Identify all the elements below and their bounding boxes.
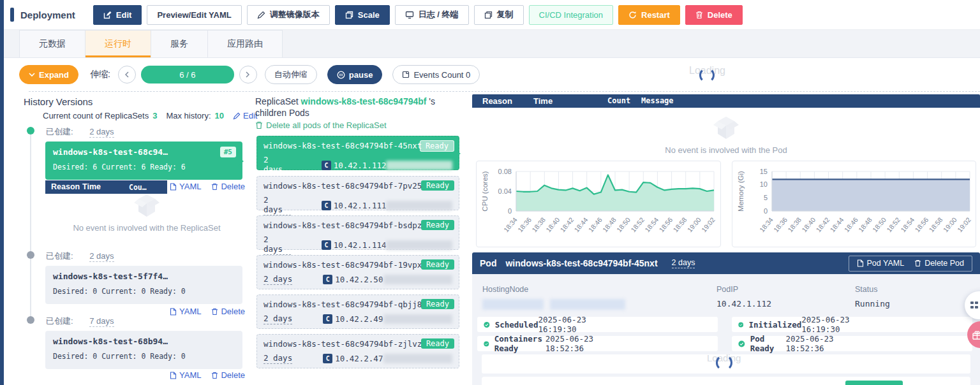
pod-age[interactable]: 2 days (264, 314, 292, 324)
pod-yaml-button[interactable]: Pod YAML (857, 259, 905, 268)
pod-ip: 10.42.1.112 (334, 161, 387, 170)
status-label: Status (855, 285, 877, 294)
pod-age[interactable]: 2 days (264, 274, 292, 285)
svg-text:18:46: 18:46 (587, 215, 604, 233)
pod-card[interactable]: windows-k8s-test-68c94794bf-qbjj8 Ready … (256, 294, 459, 329)
check-circle-icon (738, 321, 743, 329)
next-section-card (482, 377, 970, 385)
rs-count-value: 3 (152, 111, 157, 120)
redacted-node-name (383, 275, 452, 284)
autoscale-button[interactable]: 自动伸缩 (265, 65, 317, 84)
svg-text:0: 0 (508, 207, 512, 215)
svg-text:18:36: 18:36 (516, 215, 533, 233)
svg-text:5: 5 (764, 194, 768, 201)
svg-text:18:46: 18:46 (843, 215, 859, 233)
pod-age[interactable]: 2 days (264, 155, 291, 175)
terminal-icon (405, 11, 414, 19)
rs-created-row: 已创建: 2 days (46, 251, 114, 262)
pod-card[interactable]: windows-k8s-test-68c94794bf-bsdpz Ready … (256, 215, 459, 250)
rs-age[interactable]: 2 days (89, 251, 114, 262)
rs-delete-link[interactable]: Delete (211, 307, 245, 316)
pod-status-badge: Ready (421, 259, 454, 270)
gift-icon (972, 330, 980, 340)
rs-delete-link[interactable]: Delete (211, 182, 245, 191)
svg-text:18:34: 18:34 (502, 215, 519, 233)
condition-initialized: Initialized 2025-06-23 16:19:30 (732, 317, 972, 332)
page-title: Deployment (20, 10, 75, 20)
tabs-bar: 元数据 运行时 服务 应用路由 (4, 30, 980, 58)
pod-card[interactable]: windows-k8s-test-68c94794bf-zjlvz Ready … (256, 334, 459, 368)
pod-age[interactable]: 2 days (264, 235, 291, 255)
edit-max-history-link[interactable]: Edit (233, 111, 257, 120)
svg-text:18:42: 18:42 (558, 215, 575, 233)
copy-button[interactable]: 复制 (474, 5, 524, 25)
rs-yaml-link[interactable]: YAML (170, 307, 201, 316)
preview-edit-yaml-button[interactable]: Preview/Edit YAML (147, 5, 241, 25)
replicaset-name: windows-k8s-test-68c94794bf (301, 96, 427, 106)
tab-service[interactable]: 服务 (151, 30, 208, 57)
rs-yaml-link[interactable]: YAML (170, 370, 201, 380)
svg-text:0.04: 0.04 (498, 187, 512, 195)
scale-up-button[interactable] (239, 66, 257, 84)
cpu-chart: 00.040.0818:3418:3618:3818:4018:4218:441… (476, 161, 721, 247)
tab-runtime[interactable]: 运行时 (85, 30, 151, 57)
redacted-hosting-node (550, 299, 625, 310)
pod-card[interactable]: windows-k8s-test-68c94794bf-7pv25 Ready … (256, 176, 459, 210)
empty-box-icon (711, 115, 741, 142)
tab-metadata[interactable]: 元数据 (19, 30, 85, 57)
container-badge: C (323, 275, 332, 284)
timeline-dot (27, 127, 34, 134)
pod-status-badge: Ready (421, 338, 454, 349)
memory-chart: 05101518:3418:3618:3818:4018:4218:4418:4… (732, 161, 976, 247)
pod-ip: 10.42.2.49 (335, 314, 383, 324)
replicaset-card-selected[interactable]: windows-k8s-test-68c94… #5 Desired: 6 Cu… (45, 142, 242, 180)
delete-button[interactable]: Delete (685, 5, 743, 25)
max-history-value: 10 (215, 111, 224, 120)
timeline-line (30, 133, 31, 321)
pause-button[interactable]: pause (327, 65, 383, 84)
pod-age[interactable]: 2 days (264, 353, 292, 364)
svg-text:18:44: 18:44 (828, 215, 845, 233)
rs-yaml-link[interactable]: YAML (170, 182, 201, 191)
rs-actions: YAML Delete (170, 307, 245, 316)
scale-down-button[interactable] (118, 66, 136, 84)
svg-text:CPU (cores): CPU (cores) (481, 171, 489, 211)
adjust-image-version-button[interactable]: 调整镜像版本 (247, 5, 330, 25)
rs-delete-link[interactable]: Delete (211, 370, 245, 380)
logs-terminal-button[interactable]: 日志 / 终端 (395, 5, 469, 25)
svg-text:18:34: 18:34 (758, 215, 775, 233)
revision-badge: #5 (220, 147, 236, 157)
pod-card-selected[interactable]: windows-k8s-test-68c94794bf-45nxt Ready … (256, 136, 459, 170)
rs-age[interactable]: 2 days (89, 127, 114, 138)
delete-pod-button[interactable]: Delete Pod (914, 259, 964, 268)
pod-status-badge: Ready (421, 180, 454, 191)
pod-detail-actions: Pod YAML Delete Pod (849, 256, 972, 272)
hosting-node-label: HostingNode (482, 285, 528, 294)
expand-button[interactable]: Expand (19, 65, 78, 84)
replicaset-card[interactable]: windows-k8s-test-5f7f4… Desired: 0 Curre… (45, 266, 242, 304)
pod-card[interactable]: windows-k8s-test-68c94794bf-19vpx Ready … (256, 255, 459, 289)
pod-detail-age[interactable]: 2 days (672, 258, 695, 268)
restart-icon (628, 11, 637, 19)
restart-button[interactable]: Restart (618, 5, 680, 25)
replicaset-card[interactable]: windows-k8s-test-68b94… Desired: 0 Curre… (45, 331, 242, 369)
replica-count-bar: 6 / 6 (141, 66, 234, 84)
pod-age[interactable]: 2 days (264, 195, 291, 215)
history-summary: Current count of ReplicaSets 3 Max histo… (43, 111, 257, 120)
trash-icon (695, 11, 703, 19)
partial-green-button[interactable] (845, 381, 903, 385)
events-count-button[interactable]: Events Count 0 (392, 65, 480, 84)
cicd-integration-button[interactable]: CI/CD Integration (529, 5, 613, 25)
pod-ip: 10.42.2.47 (335, 354, 383, 363)
loading-bar (482, 354, 970, 374)
trash-icon (255, 121, 263, 129)
scale-button[interactable]: Scale (335, 5, 390, 25)
rs-age[interactable]: 7 days (89, 316, 114, 327)
edit-button[interactable]: Edit (93, 5, 142, 25)
svg-text:18:38: 18:38 (530, 215, 547, 233)
container-badge: C (323, 314, 332, 324)
check-circle-icon (484, 340, 489, 348)
tab-app-route[interactable]: 应用路由 (208, 30, 283, 57)
svg-text:18:40: 18:40 (800, 215, 817, 233)
delete-all-pods-link[interactable]: Delete all pods of the ReplicaSet (255, 120, 387, 130)
